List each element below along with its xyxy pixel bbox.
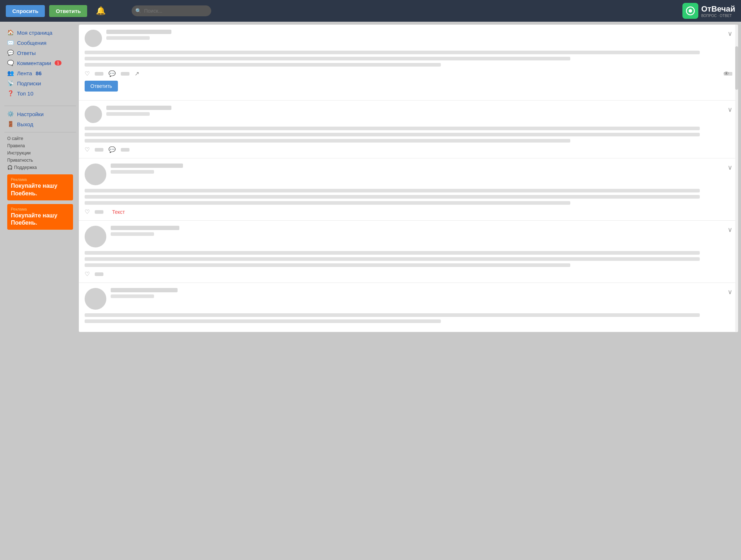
sidebar-label-top10: Топ 10 [17, 90, 33, 97]
eye-icon-1: 👁 [724, 71, 729, 77]
post-avatar-2 [85, 106, 102, 123]
comment-count-1 [121, 72, 129, 76]
post-card-1: ∨ ♡ 💬 ↗ 👁 [79, 25, 738, 101]
sidebar-label-messages: Сообщения [17, 40, 46, 46]
like-button-2[interactable]: ♡ [85, 146, 90, 153]
post-body-2 [85, 127, 732, 143]
post-actions-1: ♡ 💬 ↗ 👁 [85, 70, 732, 77]
logo-text-block: ОтВечай ВОПРОС · ОТВЕТ [701, 4, 735, 18]
sidebar-footer: О сайте Правила Инструкции Приватность [4, 135, 76, 164]
header: Спросить Ответить 🔔 🔍 ОтВечай ВОПРОС · О… [0, 0, 741, 22]
sidebar-item-my-page[interactable]: 🏠 Моя страница [4, 27, 76, 38]
post-chevron-4[interactable]: ∨ [728, 226, 732, 234]
question-icon: ❓ [7, 90, 14, 97]
post-actions-4: ♡ [85, 271, 732, 277]
scrollbar-thumb[interactable] [735, 46, 738, 90]
post-meta-4 [111, 226, 732, 236]
feed-badge: 86 [36, 70, 42, 76]
share-button-1[interactable]: ↗ [135, 70, 139, 77]
sidebar-divider-2 [4, 132, 76, 132]
svg-point-1 [689, 9, 692, 13]
sidebar-item-feed[interactable]: 👥 Лента 86 [4, 68, 76, 78]
ad-block-2[interactable]: Реклама Покупайте нашу Поебень. [7, 204, 73, 230]
notification-bell-icon[interactable]: 🔔 [96, 6, 106, 16]
sidebar-label-feed: Лента [17, 70, 32, 76]
logo-icon [682, 3, 698, 19]
like-button-4[interactable]: ♡ [85, 271, 90, 277]
post-meta-1 [106, 30, 732, 40]
comment-icon: 💬 [7, 50, 14, 56]
envelope-icon: ✉️ [7, 39, 14, 46]
like-button-3[interactable]: ♡ [85, 208, 90, 215]
sidebar-item-messages[interactable]: ✉️ Сообщения [4, 38, 76, 48]
reply-section-1: Ответить [85, 81, 732, 95]
post-chevron-5[interactable]: ∨ [728, 288, 732, 296]
comment-button-1[interactable]: 💬 [108, 70, 116, 77]
post-header-3: ∨ [85, 164, 732, 185]
like-count-2 [95, 148, 103, 152]
support-label: Поддержка [14, 165, 37, 170]
ad-block-1[interactable]: Реклама Покупайте нашу Поебень. [7, 174, 73, 200]
ask-button[interactable]: Спросить [6, 5, 45, 17]
sidebar-item-logout[interactable]: 🚪 Выход [4, 119, 76, 129]
footer-link-privacy[interactable]: Приватность [4, 157, 76, 164]
post-meta-date-3 [111, 170, 154, 174]
like-count-1 [95, 72, 103, 76]
sidebar-label-settings: Настройки [17, 111, 44, 117]
post-meta-2 [106, 106, 732, 116]
like-count-4 [95, 272, 103, 276]
sidebar-item-top10[interactable]: ❓ Топ 10 [4, 88, 76, 98]
footer-link-instructions[interactable]: Инструкции [4, 150, 76, 156]
post-chevron-1[interactable]: ∨ [728, 30, 732, 38]
logout-icon: 🚪 [7, 121, 14, 127]
post-avatar-5 [85, 288, 106, 310]
sidebar-item-settings[interactable]: ⚙️ Настройки [4, 109, 76, 119]
footer-link-about[interactable]: О сайте [4, 135, 76, 142]
post-meta-name-5 [111, 288, 178, 292]
sidebar-divider-1 [4, 106, 76, 106]
sidebar-item-subscriptions[interactable]: 📡 Подписки [4, 78, 76, 88]
sidebar-support[interactable]: 🎧 Поддержка [4, 164, 76, 171]
post-card-2: ∨ ♡ 💬 [79, 101, 738, 158]
ad-label-2: Реклама [11, 207, 69, 211]
home-icon: 🏠 [7, 29, 14, 36]
post-body-4 [85, 251, 732, 267]
rss-icon: 📡 [7, 80, 14, 86]
comments-icon: 🗨️ [7, 60, 14, 66]
post-header-2: ∨ [85, 106, 732, 123]
post-meta-name-1 [106, 30, 171, 34]
post-meta-5 [111, 288, 732, 298]
like-count-3 [95, 210, 103, 214]
logo: ОтВечай ВОПРОС · ОТВЕТ [682, 3, 735, 19]
post-chevron-3[interactable]: ∨ [728, 164, 732, 171]
sidebar-nav: 🏠 Моя страница ✉️ Сообщения 💬 Ответы 🗨️ … [4, 27, 76, 98]
post-actions-2: ♡ 💬 [85, 146, 732, 153]
post-header-1: ∨ [85, 30, 732, 47]
post-card-5: ∨ [79, 283, 738, 332]
sidebar-item-answers[interactable]: 💬 Ответы [4, 48, 76, 58]
answer-button[interactable]: Ответить [49, 5, 87, 17]
ad-text-2: Покупайте нашу Поебень. [11, 212, 58, 226]
post-avatar-1 [85, 30, 102, 47]
post-meta-date-5 [111, 294, 154, 298]
comment-count-2 [121, 148, 129, 152]
reply-button-1[interactable]: Ответить [85, 81, 118, 92]
like-button-1[interactable]: ♡ [85, 70, 90, 77]
sidebar-item-comments[interactable]: 🗨️ Комментарии 1 [4, 58, 76, 68]
post-avatar-4 [85, 226, 106, 247]
support-icon: 🎧 [7, 165, 13, 170]
view-count-1: 👁 [724, 72, 732, 76]
post-body-5 [85, 313, 732, 323]
post-body-1 [85, 51, 732, 67]
text-link-3[interactable]: Текст [112, 209, 125, 215]
main-content: ∨ ♡ 💬 ↗ 👁 [76, 22, 741, 560]
search-icon: 🔍 [135, 8, 141, 14]
footer-link-rules[interactable]: Правила [4, 143, 76, 149]
post-chevron-2[interactable]: ∨ [728, 106, 732, 114]
comment-button-2[interactable]: 💬 [108, 146, 116, 153]
logo-title: ОтВечай [701, 4, 735, 13]
post-body-3 [85, 189, 732, 205]
sidebar: 🏠 Моя страница ✉️ Сообщения 💬 Ответы 🗨️ … [0, 22, 76, 560]
post-actions-3: ♡ Текст [85, 208, 732, 215]
search-input[interactable] [132, 5, 211, 16]
